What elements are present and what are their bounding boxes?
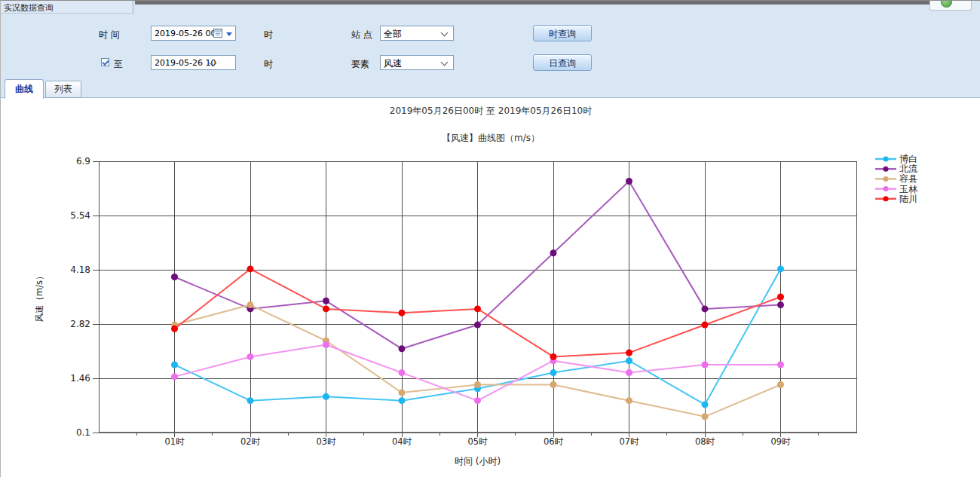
- y-tick-label: 1.46: [70, 373, 90, 384]
- x-axis-title: 时间 (小时): [455, 456, 501, 466]
- hour-suffix-label-1: 时: [264, 29, 273, 41]
- x-tick-label: 09时: [770, 436, 791, 447]
- start-time-field[interactable]: [151, 26, 236, 41]
- series-marker-rongxian: [550, 381, 557, 388]
- x-tick-label: 04时: [392, 436, 412, 447]
- y-axis-title: 风速（m/s）: [34, 271, 44, 322]
- y-tick-label: 0.1: [76, 427, 90, 438]
- chart-area: 2019年05月26日00时 至 2019年05月26日10时 【风速】曲线图（…: [1, 98, 980, 477]
- legend-label-rongxian: 容县: [899, 173, 917, 184]
- legend-marker-yulin: [884, 186, 889, 191]
- panel-title-tab: 实况数据查询: [1, 1, 133, 14]
- series-marker-luchuan: [626, 350, 632, 356]
- tab-curve[interactable]: 曲线: [5, 79, 44, 99]
- series-marker-beiliu: [171, 274, 178, 280]
- series-marker-luchuan: [550, 353, 557, 360]
- day-query-button[interactable]: 日查询: [533, 54, 592, 71]
- legend-label-beiliu: 北流: [899, 164, 917, 174]
- series-marker-beiliu: [550, 249, 557, 256]
- series-marker-bobai: [247, 397, 254, 404]
- y-tick-label: 5.54: [70, 210, 90, 221]
- x-tick-label: 08时: [695, 436, 715, 447]
- series-marker-beiliu: [777, 301, 784, 308]
- station-select[interactable]: 全部: [380, 26, 454, 41]
- x-tick-label: 03时: [316, 436, 336, 447]
- series-marker-bobai: [626, 357, 632, 364]
- series-marker-bobai: [702, 401, 709, 408]
- series-marker-bobai: [550, 369, 557, 376]
- series-marker-rongxian: [399, 390, 406, 396]
- series-marker-yulin: [399, 369, 406, 376]
- series-marker-luchuan: [323, 305, 329, 312]
- legend-marker-bobai: [884, 157, 889, 162]
- series-marker-rongxian: [626, 397, 632, 404]
- series-marker-luchuan: [777, 294, 784, 301]
- series-marker-beiliu: [323, 298, 329, 304]
- series-marker-rongxian: [702, 413, 709, 420]
- series-marker-beiliu: [702, 305, 709, 312]
- calendar-icon[interactable]: [213, 29, 222, 38]
- legend-marker-beiliu: [884, 167, 889, 172]
- end-time-input[interactable]: [152, 56, 238, 69]
- series-marker-yulin: [626, 369, 632, 376]
- element-label: 要素: [351, 58, 369, 71]
- x-tick-label: 05时: [467, 436, 488, 447]
- y-tick-label: 2.82: [70, 319, 90, 329]
- series-marker-rongxian: [777, 381, 784, 388]
- wind-speed-line-chart: 0.11.462.824.185.546.901时02时03时04时05时06时…: [1, 98, 980, 477]
- hour-suffix-label-2: 时: [264, 58, 273, 71]
- station-select-value: 全部: [384, 29, 402, 39]
- hour-query-button[interactable]: 时查询: [533, 25, 592, 41]
- legend-marker-luchuan: [884, 196, 889, 201]
- end-time-field[interactable]: [151, 55, 236, 70]
- top-strip: [135, 1, 967, 5]
- dropdown-arrow-icon[interactable]: [226, 32, 232, 36]
- y-tick-label: 4.18: [70, 264, 90, 275]
- series-marker-beiliu: [626, 178, 632, 185]
- chevron-down-icon[interactable]: [441, 59, 449, 66]
- series-marker-bobai: [171, 362, 178, 368]
- series-marker-bobai: [777, 265, 784, 272]
- x-tick-label: 07时: [619, 436, 639, 447]
- x-tick-label: 01时: [164, 436, 185, 447]
- x-tick-label: 06时: [544, 436, 564, 447]
- series-marker-luchuan: [171, 326, 178, 332]
- series-marker-luchuan: [247, 265, 254, 272]
- series-marker-luchuan: [399, 310, 406, 316]
- series-marker-yulin: [777, 362, 784, 368]
- series-marker-yulin: [474, 397, 481, 404]
- to-checkbox[interactable]: [101, 58, 109, 66]
- to-label: 至: [114, 58, 123, 71]
- x-tick-label: 02时: [240, 436, 261, 447]
- series-marker-luchuan: [702, 322, 709, 329]
- station-label: 站 点: [351, 29, 372, 41]
- series-marker-yulin: [171, 373, 178, 380]
- series-marker-yulin: [323, 341, 329, 348]
- query-panel: 实况数据查询 时 间 时 站 点 全部 时查询 至 时 要素 风速 日查询 曲线: [1, 1, 980, 98]
- series-marker-luchuan: [474, 305, 481, 312]
- series-marker-yulin: [247, 353, 254, 360]
- legend-marker-rongxian: [884, 176, 889, 182]
- series-marker-rongxian: [247, 301, 254, 308]
- series-marker-yulin: [702, 362, 709, 368]
- series-marker-bobai: [323, 393, 329, 400]
- app-window: 实况数据查询 时 间 时 站 点 全部 时查询 至 时 要素 风速 日查询 曲线: [0, 0, 980, 477]
- start-time-input[interactable]: [152, 26, 238, 40]
- legend-label-bobai: 博白: [899, 154, 917, 164]
- series-marker-rongxian: [474, 381, 481, 388]
- series-marker-beiliu: [474, 322, 481, 329]
- legend-label-luchuan: 陆川: [899, 194, 917, 204]
- element-select[interactable]: 风速: [380, 55, 454, 70]
- chevron-down-icon[interactable]: [441, 29, 449, 37]
- series-marker-beiliu: [399, 345, 406, 352]
- series-marker-bobai: [399, 397, 406, 404]
- tab-list[interactable]: 列表: [45, 81, 81, 98]
- legend-label-yulin: 玉林: [899, 184, 918, 194]
- time-label: 时 间: [99, 29, 120, 41]
- y-tick-label: 6.9: [76, 156, 90, 167]
- element-select-value: 风速: [384, 58, 402, 69]
